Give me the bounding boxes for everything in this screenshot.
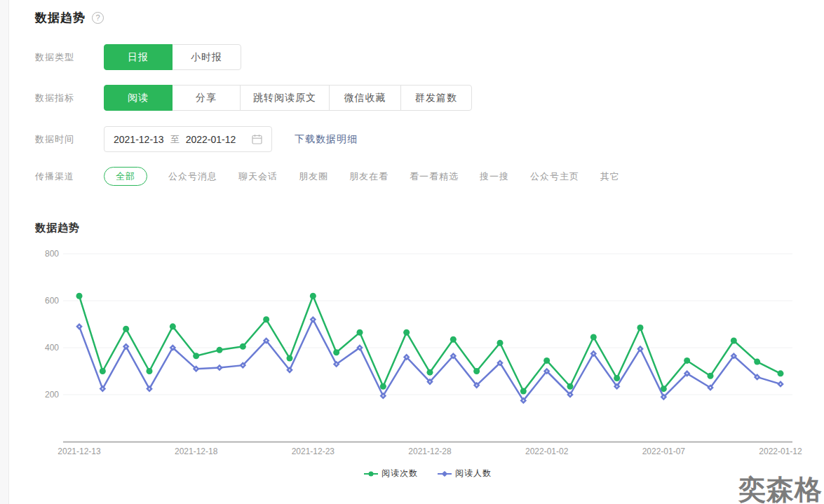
svg-text:2021-12-28: 2021-12-28 [408, 447, 452, 456]
svg-text:800: 800 [45, 249, 59, 259]
svg-text:400: 400 [45, 343, 59, 353]
svg-text:2022-01-02: 2022-01-02 [525, 447, 569, 456]
svg-text:2021-12-13: 2021-12-13 [58, 447, 101, 456]
data-type-daily-button[interactable]: 日报 [104, 44, 173, 70]
legend-item-read-count[interactable]: 阅读次数 [364, 468, 418, 479]
chart-legend: 阅读次数 阅读人数 [63, 468, 792, 479]
legend-label: 阅读人数 [455, 468, 492, 479]
trend-line-chart: 2004006008002021-12-132021-12-182021-12-… [0, 0, 824, 504]
legend-label: 阅读次数 [381, 468, 418, 479]
svg-text:2021-12-23: 2021-12-23 [292, 447, 335, 456]
svg-text:2021-12-18: 2021-12-18 [175, 447, 218, 456]
svg-text:2022-01-12: 2022-01-12 [759, 447, 802, 456]
watermark-logo: 奕森格 [738, 471, 823, 504]
metric-read-button[interactable]: 阅读 [104, 85, 173, 111]
line-diamond-marker-icon [438, 473, 452, 475]
svg-text:600: 600 [45, 296, 59, 306]
line-circle-marker-icon [364, 473, 378, 475]
legend-item-reader-count[interactable]: 阅读人数 [438, 468, 492, 479]
svg-text:200: 200 [45, 390, 59, 400]
svg-text:2022-01-07: 2022-01-07 [642, 447, 686, 456]
